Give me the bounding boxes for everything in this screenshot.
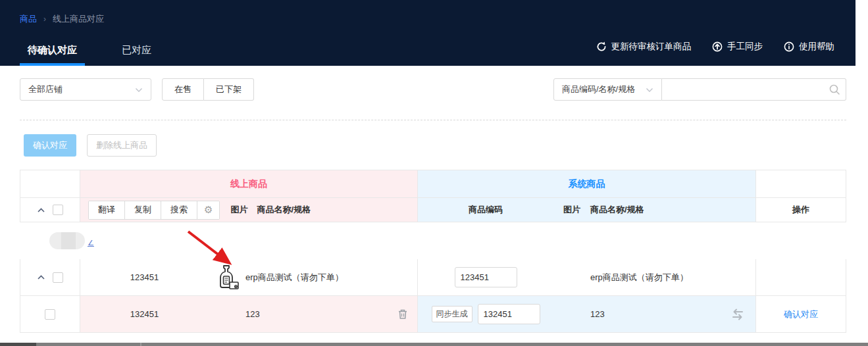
online-product-group-title: 线上商品: [80, 178, 417, 190]
collapse-row-caret[interactable]: [38, 275, 45, 280]
collapse-all-caret[interactable]: [38, 208, 45, 212]
system-name-column-header: 商品名称/规格: [590, 204, 755, 216]
search-icon[interactable]: [829, 84, 840, 98]
online-name-column-header: 商品名称/规格: [257, 204, 311, 216]
online-product-name: erp商品测试（请勿下单）: [245, 272, 417, 284]
shop-select[interactable]: 全部店铺: [20, 78, 151, 101]
shop-select-value: 全部店铺: [28, 84, 63, 95]
update-pending-orders-label: 更新待审核订单商品: [611, 41, 692, 53]
window-bottom-edge-divider: [140, 343, 141, 346]
breadcrumb-separator: ›: [43, 14, 46, 24]
select-row-checkbox[interactable]: [45, 309, 55, 320]
upload-circle-icon: [712, 41, 723, 52]
help-button[interactable]: 使用帮助: [784, 41, 834, 53]
row-action-cell: [756, 259, 846, 296]
online-product-name: 123: [245, 309, 397, 319]
system-product-name: erp商品测试（请勿下单）: [590, 272, 755, 284]
system-product-group-header: 系统商品: [418, 170, 756, 198]
main-content: 全部店铺 在售 已下架 商品编码/名称/规格: [0, 66, 868, 346]
table-column-header-row: 翻译 复制 搜索 ⚙ 图片 商品名称/规格 商品编码 图片 商品名称/规格 操: [20, 198, 846, 222]
system-image-column-header: 图片: [553, 204, 590, 216]
swap-arrows-icon[interactable]: [730, 309, 745, 320]
manual-sync-button[interactable]: 手工同步: [712, 41, 763, 53]
dashed-divider: [20, 120, 846, 120]
select-all-header-cell: [20, 170, 80, 198]
tab-bar: 待确认对应 已对应: [24, 37, 155, 66]
online-toolbar: 翻译 复制 搜索 ⚙: [88, 201, 220, 220]
select-row-checkbox[interactable]: [53, 272, 63, 283]
filter-bar: 全部店铺 在售 已下架 商品编码/名称/规格: [20, 78, 846, 101]
translate-button[interactable]: 翻译: [89, 201, 125, 219]
bulk-actions: 确认对应 删除线上商品: [24, 134, 157, 157]
search-field-select[interactable]: 商品编码/名称/规格: [553, 78, 662, 101]
tab-pending-match[interactable]: 待确认对应: [24, 37, 81, 66]
redacted-shop-name: [49, 232, 85, 249]
copy-button[interactable]: 复制: [125, 201, 161, 219]
tab-matched[interactable]: 已对应: [118, 37, 155, 66]
chevron-down-icon: [135, 85, 143, 95]
online-product-code: 132451: [80, 309, 209, 319]
shop-link-icon[interactable]: ∠: [88, 239, 94, 247]
window-bottom-edge-segment: [0, 343, 36, 346]
chevron-down-icon: [646, 85, 653, 95]
shop-group-row: ∠: [20, 222, 846, 259]
sync-generate-button[interactable]: 同步生成: [432, 306, 472, 322]
manual-sync-label: 手工同步: [727, 41, 763, 53]
search-field-select-value: 商品编码/名称/规格: [562, 84, 635, 95]
help-label: 使用帮助: [799, 41, 834, 53]
top-header: 商品 › 线上商品对应 待确认对应 已对应 更新待审核订单商品 手工同步 使用帮…: [0, 0, 855, 66]
breadcrumb-current: 线上商品对应: [53, 13, 104, 25]
online-product-code: 123451: [80, 272, 209, 282]
breadcrumb-section[interactable]: 商品: [20, 13, 37, 25]
trash-icon[interactable]: [397, 309, 408, 320]
action-column-header: 操作: [792, 204, 809, 216]
table-group-header-row: 线上商品 系统商品: [20, 170, 846, 198]
update-pending-orders-button[interactable]: 更新待审核订单商品: [596, 41, 692, 53]
search-input[interactable]: [662, 78, 846, 101]
on-sale-button[interactable]: 在售: [162, 78, 204, 101]
sale-status-button-group: 在售 已下架: [162, 78, 254, 101]
confirm-match-button[interactable]: 确认对应: [24, 134, 76, 157]
table-row: 123451 erp商品测试（请勿下单）: [20, 259, 846, 296]
breadcrumb: 商品 › 线上商品对应: [20, 13, 104, 25]
gear-icon[interactable]: ⚙: [197, 201, 219, 219]
search-button[interactable]: 搜索: [161, 201, 197, 219]
table-row: 132451 123 同步生成 123: [20, 296, 846, 333]
select-all-checkbox[interactable]: [53, 205, 63, 215]
delete-online-product-button[interactable]: 删除线上商品: [87, 134, 157, 157]
online-product-group-header: 线上商品: [80, 170, 418, 198]
system-code-input[interactable]: [478, 304, 540, 324]
action-group-header-cell: [756, 170, 846, 198]
confirm-match-link[interactable]: 确认对应: [784, 309, 818, 320]
system-product-name: 123: [590, 309, 730, 319]
product-image-placeholder-icon[interactable]: [209, 264, 245, 291]
off-shelf-button[interactable]: 已下架: [204, 78, 254, 101]
product-match-table: 线上商品 系统商品 翻译 复制 搜索 ⚙: [20, 170, 846, 333]
system-code-column-header: 商品编码: [418, 204, 553, 216]
online-image-column-header: 图片: [230, 204, 247, 216]
system-code-input[interactable]: [455, 267, 517, 287]
info-circle-icon: [784, 41, 794, 52]
refresh-icon: [596, 41, 607, 52]
header-actions: 更新待审核订单商品 手工同步 使用帮助: [596, 41, 835, 53]
window-bottom-edge: [0, 343, 868, 346]
system-product-group-title: 系统商品: [418, 178, 755, 190]
